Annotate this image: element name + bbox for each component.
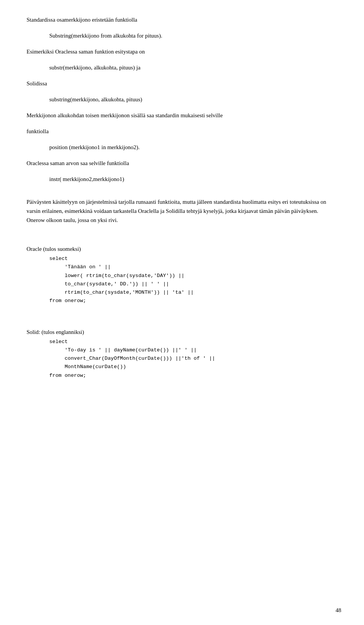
- paragraph-1: Standardissa osamerkkijono eristetään fu…: [27, 15, 337, 24]
- p2-label-text: Solidissa: [27, 80, 47, 87]
- oracle-code: select 'Tänään on ' || lower( rtrim(to_c…: [49, 255, 337, 305]
- page-content: Standardissa osamerkkijono eristetään fu…: [27, 15, 337, 380]
- p5-text: Päiväysten käsittelyyn on järjestelmissä…: [27, 199, 326, 223]
- page-number: 48: [336, 607, 341, 614]
- paragraph-2-indent2: substring(merkkijono, alkukohta, pituus): [49, 95, 337, 104]
- p2-indent1-text: substr(merkkijono, alkukohta, pituus) ja: [49, 65, 140, 71]
- paragraph-4-indent: instr( merkkijono2,merkkijono1): [49, 175, 337, 184]
- oracle-label: Oracle (tulos suomeksi): [27, 246, 337, 252]
- paragraph-3-label: funktiolla: [27, 127, 337, 136]
- p2-text: Esimerkiksi Oraclessa saman funktion esi…: [27, 49, 145, 55]
- p4-indent-text: instr( merkkijono2,merkkijono1): [49, 176, 124, 182]
- paragraph-3-indent: position (merkkijono1 in merkkijono2).: [49, 143, 337, 152]
- p2-indent2-text: substring(merkkijono, alkukohta, pituus): [49, 96, 142, 102]
- p4-line1-text: Oraclessa saman arvon saa selville funkt…: [27, 160, 129, 166]
- paragraph-5: Päiväysten käsittelyyn on järjestelmissä…: [27, 197, 337, 225]
- p3-indent-text: position (merkkijono1 in merkkijono2).: [49, 144, 140, 150]
- p1-indent-text: Substring(merkkijono from alkukohta for …: [49, 33, 162, 39]
- p1-text: Standardissa osamerkkijono eristetään fu…: [27, 17, 137, 23]
- solid-label: Solid: (tulos englanniksi): [27, 329, 337, 335]
- oracle-code-section: select 'Tänään on ' || lower( rtrim(to_c…: [27, 255, 337, 305]
- solid-code-section: select 'To-day is ' || dayName(curDate()…: [27, 338, 337, 380]
- paragraph-1-indent: Substring(merkkijono from alkukohta for …: [49, 31, 337, 40]
- solid-code: select 'To-day is ' || dayName(curDate()…: [49, 338, 337, 380]
- p3-label-text: funktiolla: [27, 128, 49, 134]
- paragraph-4-line1: Oraclessa saman arvon saa selville funkt…: [27, 159, 337, 168]
- paragraph-2: Esimerkiksi Oraclessa saman funktion esi…: [27, 47, 337, 56]
- paragraph-2-indent1: substr(merkkijono, alkukohta, pituus) ja: [49, 63, 337, 72]
- paragraph-2-label: Solidissa: [27, 79, 337, 88]
- p3-line1-text: Merkkijonon alkukohdan toisen merkkijono…: [27, 112, 223, 118]
- paragraph-3-line1: Merkkijonon alkukohdan toisen merkkijono…: [27, 111, 337, 120]
